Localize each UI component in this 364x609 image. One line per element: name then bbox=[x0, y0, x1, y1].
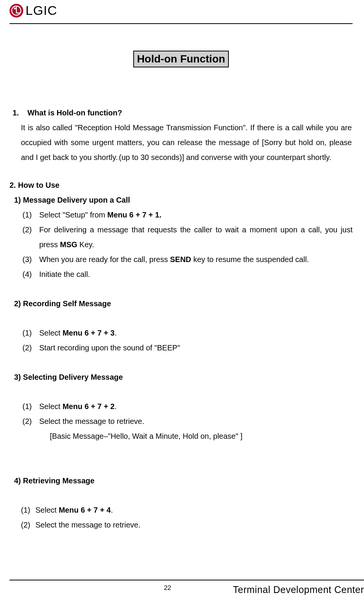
page-title: Hold-on Function bbox=[133, 51, 229, 67]
lg-logo-icon bbox=[10, 4, 23, 18]
list-item: (2) Start recording upon the sound of "B… bbox=[22, 340, 353, 355]
sub3-heading: 3) Selecting Delivery Message bbox=[10, 370, 353, 385]
section1-heading: 1. What is Hold-on function? bbox=[10, 105, 353, 120]
item-number: (2) bbox=[22, 414, 39, 429]
svg-point-0 bbox=[14, 7, 16, 9]
item-text: When you are ready for the call, press S… bbox=[39, 252, 353, 267]
list-item: (1) Select Menu 6 + 7 + 3. bbox=[22, 326, 353, 340]
item-number: (2) bbox=[22, 340, 39, 355]
content: 1. What is Hold-on function? It is also … bbox=[10, 105, 353, 532]
sub1-list: (1) Select "Setup" from Menu 6 + 7 + 1. … bbox=[10, 208, 353, 282]
item-text: Select Menu 6 + 7 + 4. bbox=[35, 503, 353, 518]
section2-heading: 2. How to Use bbox=[10, 178, 353, 193]
item-text: Select Menu 6 + 7 + 3. bbox=[39, 326, 353, 340]
page: LGIC Hold-on Function 1. What is Hold-on… bbox=[0, 0, 364, 609]
item-text: Select "Setup" from Menu 6 + 7 + 1. bbox=[39, 208, 353, 222]
item-number: (2) bbox=[21, 518, 35, 532]
list-item: (2) Select the message to retrieve. bbox=[22, 414, 353, 429]
item-text: Start recording upon the sound of "BEEP" bbox=[39, 340, 353, 355]
item-text: Select Menu 6 + 7 + 2. bbox=[39, 399, 353, 414]
list-item: (3) When you are ready for the call, pre… bbox=[22, 252, 353, 267]
section1-body: It is also called "Reception Hold Messag… bbox=[10, 120, 353, 165]
list-item: (2) Select the message to retrieve. bbox=[21, 518, 353, 532]
sub4-list: (1) Select Menu 6 + 7 + 4. (2) Select th… bbox=[10, 503, 353, 532]
item-text: Select the message to retrieve. bbox=[35, 518, 353, 532]
list-item: (4) Initiate the call. bbox=[22, 267, 353, 282]
page-number: 22 bbox=[164, 584, 171, 592]
item-number: (4) bbox=[22, 267, 39, 282]
sub2-heading: 2) Recording Self Message bbox=[10, 296, 353, 311]
item-number: (3) bbox=[22, 252, 39, 267]
list-item: (1) Select Menu 6 + 7 + 4. bbox=[21, 503, 353, 518]
section1-number: 1. bbox=[13, 109, 19, 117]
sub3-list: (1) Select Menu 6 + 7 + 2. (2) Select th… bbox=[10, 399, 353, 429]
section1-body-b: (up to 30 seconds)] and converse with yo… bbox=[119, 153, 331, 161]
item-number: (1) bbox=[21, 503, 35, 518]
header: LGIC bbox=[10, 0, 353, 24]
item-number: (2) bbox=[22, 222, 39, 252]
item-number: (1) bbox=[22, 208, 39, 222]
sub3-note: [Basic Message–"Hello, Wait a Minute, Ho… bbox=[10, 429, 353, 444]
item-text: Initiate the call. bbox=[39, 267, 353, 282]
item-text: Select the message to retrieve. bbox=[39, 414, 353, 429]
list-item: (1) Select Menu 6 + 7 + 2. bbox=[22, 399, 353, 414]
footer: 22 Terminal Development Center bbox=[10, 580, 364, 595]
item-number: (1) bbox=[22, 326, 39, 340]
list-item: (1) Select "Setup" from Menu 6 + 7 + 1. bbox=[22, 208, 353, 222]
item-number: (1) bbox=[22, 399, 39, 414]
footer-right-text: Terminal Development Center bbox=[233, 584, 364, 595]
sub4-heading: 4) Retrieving Message bbox=[10, 473, 353, 488]
sub1-heading: 1) Message Delivery upon a Call bbox=[10, 193, 353, 208]
section1-title: What is Hold-on function? bbox=[27, 109, 122, 117]
sub2-list: (1) Select Menu 6 + 7 + 3. (2) Start rec… bbox=[10, 326, 353, 355]
item-text: For delivering a message that requests t… bbox=[39, 222, 353, 252]
header-brand-text: LGIC bbox=[26, 3, 57, 18]
list-item: (2) For delivering a message that reques… bbox=[22, 222, 353, 252]
